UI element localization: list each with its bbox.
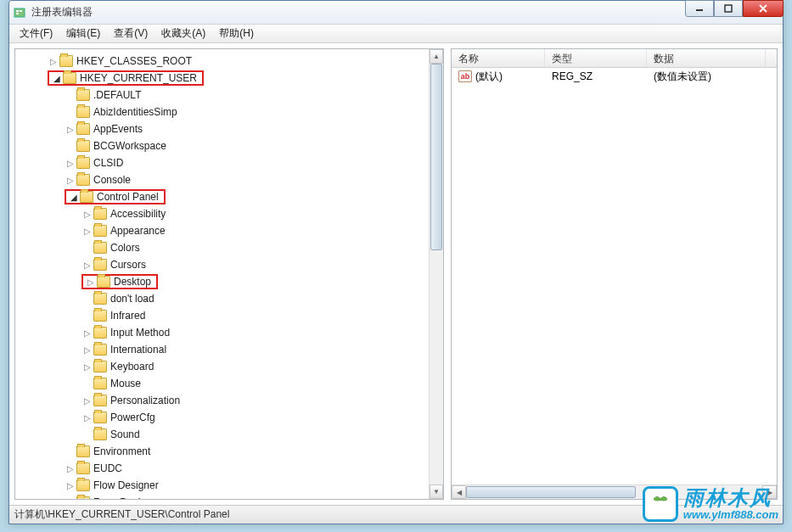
tree-row[interactable]: BCGWorkspace	[15, 137, 443, 154]
twisty-closed-icon[interactable]: ▷	[81, 227, 93, 236]
tree-label: .DEFAULT	[93, 89, 141, 101]
scroll-track[interactable]	[430, 64, 443, 484]
scroll-left-arrow-icon[interactable]: ◀	[452, 485, 466, 499]
scroll-up-arrow-icon[interactable]: ▲	[430, 49, 443, 64]
menubar: 文件(F)编辑(E)查看(V)收藏夹(A)帮助(H)	[9, 25, 783, 43]
tree-row[interactable]: ▷Keyboard	[15, 358, 443, 375]
folder-icon	[93, 395, 107, 406]
column-header[interactable]: 数据	[647, 49, 766, 67]
twisty-closed-icon[interactable]: ▷	[81, 362, 93, 372]
tree-row[interactable]: ▷HKEY_CLASSES_ROOT	[15, 53, 443, 70]
tree-row[interactable]: ▷Accessibility	[15, 205, 443, 222]
list-body[interactable]: ab(默认)REG_SZ(数值未设置)	[452, 68, 777, 484]
list-header: 名称类型数据	[452, 49, 777, 68]
folder-icon	[93, 208, 107, 220]
tree-row[interactable]: ▷PowerCfg	[15, 409, 443, 426]
tree-label: Colors	[110, 242, 140, 254]
folder-icon	[76, 174, 90, 186]
svg-rect-3	[20, 10, 22, 12]
twisty-closed-icon[interactable]: ▷	[65, 159, 76, 168]
tree-row[interactable]: ▷Console	[15, 171, 443, 188]
scroll-thumb[interactable]	[466, 486, 636, 498]
tree-label: CLSID	[93, 157, 123, 169]
maximize-button[interactable]	[714, 0, 743, 17]
twisty-closed-icon[interactable]: ▷	[65, 125, 76, 134]
tree-row[interactable]: ◢Control Panel	[15, 188, 443, 205]
folder-icon	[93, 428, 107, 440]
folder-icon	[93, 361, 107, 372]
twisty-closed-icon[interactable]: ▷	[65, 464, 76, 473]
twisty-closed-icon[interactable]: ▷	[81, 260, 93, 270]
menu-item[interactable]: 文件(F)	[13, 25, 59, 42]
tree-label: Sound	[110, 428, 140, 440]
tree-row[interactable]: ◢HKEY_CURRENT_USER	[15, 70, 443, 87]
tree-pane[interactable]: ▷HKEY_CLASSES_ROOT◢HKEY_CURRENT_USER.DEF…	[14, 48, 444, 500]
folder-icon	[93, 242, 107, 254]
tree-row[interactable]: don't load	[15, 290, 443, 307]
twisty-open-icon[interactable]: ◢	[51, 74, 63, 83]
folder-icon	[76, 445, 90, 457]
tree-label: AbizIdentitiesSimp	[93, 106, 177, 118]
twisty-closed-icon[interactable]: ▷	[85, 277, 97, 287]
value-name: (默认)	[475, 70, 503, 84]
twisty-closed-icon[interactable]: ▷	[65, 481, 76, 490]
minimize-button[interactable]	[685, 0, 714, 17]
list-row[interactable]: ab(默认)REG_SZ(数值未设置)	[452, 68, 777, 85]
tree-row[interactable]: ▷International	[15, 341, 443, 358]
tree-row[interactable]: ▷Personalization	[15, 392, 443, 409]
twisty-closed-icon[interactable]: ▷	[81, 328, 93, 338]
twisty-closed-icon[interactable]: ▷	[48, 57, 59, 66]
scroll-track[interactable]	[466, 485, 762, 499]
tree-row[interactable]: Colors	[15, 239, 443, 256]
tree-row[interactable]: AbizIdentitiesSimp	[15, 104, 443, 120]
statusbar: 计算机\HKEY_CURRENT_USER\Control Panel	[9, 505, 783, 524]
column-header[interactable]: 名称	[452, 49, 545, 67]
column-header[interactable]: 类型	[545, 49, 647, 67]
window-title: 注册表编辑器	[31, 5, 779, 20]
tree-row[interactable]: ▷Appearance	[15, 222, 443, 239]
tree-row[interactable]: ▷Form Designer	[15, 494, 443, 500]
twisty-closed-icon[interactable]: ▷	[81, 413, 93, 423]
menu-item[interactable]: 编辑(E)	[59, 25, 107, 42]
svg-rect-4	[696, 9, 703, 11]
folder-icon	[93, 327, 107, 339]
menu-item[interactable]: 帮助(H)	[212, 25, 261, 42]
tree-row[interactable]: ▷Input Method	[15, 324, 443, 341]
tree-row[interactable]: Sound	[15, 426, 443, 443]
tree-row[interactable]: ▷AppEvents	[15, 120, 443, 137]
tree-row[interactable]: ▷EUDC	[15, 460, 443, 477]
titlebar[interactable]: 注册表编辑器	[9, 1, 783, 25]
twisty-closed-icon[interactable]: ▷	[81, 396, 93, 406]
tree-label: International	[110, 344, 166, 356]
scroll-right-arrow-icon[interactable]: ▶	[762, 485, 777, 499]
twisty-closed-icon[interactable]: ▷	[81, 210, 93, 219]
tree-label: don't load	[110, 293, 154, 305]
folder-icon	[93, 378, 107, 389]
twisty-closed-icon[interactable]: ▷	[65, 176, 76, 185]
scroll-down-arrow-icon[interactable]: ▼	[430, 484, 443, 499]
menu-item[interactable]: 查看(V)	[107, 25, 154, 42]
folder-icon	[76, 106, 90, 118]
twisty-closed-icon[interactable]: ▷	[65, 498, 76, 501]
tree-label: Console	[93, 174, 131, 186]
tree-row[interactable]: Mouse	[15, 375, 443, 392]
twisty-open-icon[interactable]: ◢	[68, 193, 80, 202]
scroll-thumb[interactable]	[430, 64, 442, 250]
folder-icon	[76, 462, 90, 474]
close-button[interactable]	[743, 0, 784, 17]
tree-row[interactable]: .DEFAULT	[15, 87, 443, 104]
tree-row[interactable]: ▷Cursors	[15, 256, 443, 273]
menu-item[interactable]: 收藏夹(A)	[154, 25, 212, 42]
tree-row[interactable]: Infrared	[15, 307, 443, 324]
tree-row[interactable]: ▷Flow Designer	[15, 477, 443, 494]
twisty-closed-icon[interactable]: ▷	[81, 345, 93, 355]
tree-vertical-scrollbar[interactable]: ▲ ▼	[429, 49, 443, 499]
registry-tree: ▷HKEY_CLASSES_ROOT◢HKEY_CURRENT_USER.DEF…	[15, 49, 443, 500]
tree-row[interactable]: ▷Desktop	[15, 273, 443, 290]
app-icon	[13, 6, 26, 20]
folder-icon	[76, 123, 90, 135]
tree-row[interactable]: ▷CLSID	[15, 154, 443, 171]
list-horizontal-scrollbar[interactable]: ◀ ▶	[452, 484, 777, 499]
value-type: REG_SZ	[545, 70, 647, 82]
tree-row[interactable]: Environment	[15, 443, 443, 460]
